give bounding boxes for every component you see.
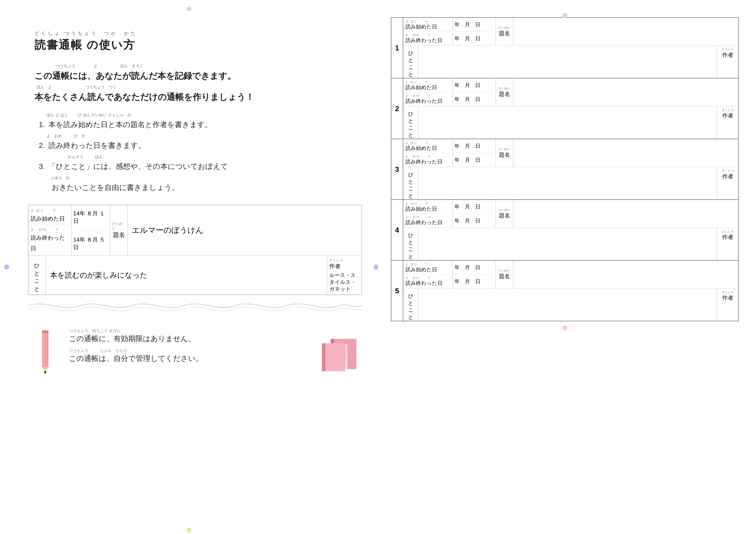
start-ymd: 年 月 日	[454, 21, 494, 28]
records-table: 1 よ はじ り 読み始めた日 よ おわ り 読み終わった日	[391, 17, 739, 321]
svg-rect-4	[43, 332, 44, 366]
record-1-daimei-label: だいめい 題名	[496, 18, 513, 45]
step3-line1: 3. 「ひとこと」には、感想や、その本についておぼえて	[39, 160, 361, 173]
sakusha-text: 作者	[722, 51, 733, 59]
record-number-5: 5	[392, 261, 403, 321]
svg-rect-0	[42, 332, 48, 367]
example-box: よ はじ り 読み始めた日 よ おわ り 読み終わった日 14年 ８月 １日 1…	[28, 205, 362, 295]
svg-rect-7	[322, 343, 346, 371]
record-2-top: よ はじ り 読み始めた日 よ おわ り 読み終わった日 年 月 日 年 月 日	[403, 78, 738, 106]
record-1-start: よ はじ り 読み始めた日	[405, 19, 450, 32]
record-number-3: 3	[392, 139, 403, 199]
record-row-3: 3 よ はじ り 読み始めた日 よ おわ り 読み終わった日	[392, 139, 738, 200]
end-date-label: 読み終わった日	[31, 233, 69, 254]
bottom-furi1: つうちょう ゆうこう きげん	[69, 328, 203, 333]
record-number-1: 1	[392, 18, 403, 78]
title-furigana: どくしょ つうちょう つか かた	[35, 30, 361, 37]
intro1-text: この通帳には、あなたが読んだ本を記録できます。	[35, 69, 361, 83]
hitokoto-label-cell: ひとこと	[28, 256, 46, 294]
record-row-4: 4 よ はじ り 読み始めた日 よ おわ り 読み終わった日	[392, 200, 738, 261]
books-icon	[318, 332, 361, 372]
example-date-cell: よ はじ り 読み始めた日 よ おわ り 読み終わった日	[28, 205, 71, 256]
sakusha-furi: さくしゃ	[722, 47, 734, 51]
end-date-furi: よ おわ り	[31, 226, 69, 233]
record-1-end: よ おわ り 読み終わった日	[405, 33, 450, 44]
step3-furi2: じゆう か	[39, 175, 361, 180]
steps-list: ほん よ はじ ひ ほん だいめい さくしゃ か 1. 本を読み始めた日と本の題…	[39, 113, 361, 194]
start-furi: よ はじ り	[405, 19, 450, 23]
step1-furi: ほん よ はじ ひ ほん だいめい さくしゃ か	[39, 113, 361, 117]
bottom-furi2: つうちょう じぶん かんり	[69, 348, 203, 353]
svg-rect-3	[42, 330, 48, 333]
step3-furi: かんそう ほん	[39, 154, 361, 159]
end-label: 読み終わった日	[405, 37, 450, 44]
record-number-2: 2	[392, 78, 403, 139]
main-title: 読書通帳 の使い方	[35, 38, 361, 53]
example-date-values: 14年 ８月 １日 14年 ８月 ５日	[71, 205, 110, 256]
daimei-furi: だいめい	[112, 222, 126, 231]
end-furi: よ おわ り	[405, 33, 450, 37]
step3-line2: おきたいことを自由に書きましょう。	[52, 181, 361, 194]
svg-rect-8	[322, 343, 325, 371]
start-furi-2: よ はじ り	[405, 80, 450, 84]
record-row-1: 1 よ はじ り 読み始めた日 よ おわ り 読み終わった日	[392, 18, 738, 78]
record-2-content: よ はじ り 読み始めた日 よ おわ り 読み終わった日 年 月 日 年 月 日	[403, 78, 738, 139]
title-section: どくしょ つうちょう つか かた 読書通帳 の使い方	[35, 30, 361, 53]
hitokoto-label: ひとこと	[33, 260, 41, 291]
right-page: 1 よ はじ り 読み始めた日 よ おわ り 読み終わった日	[378, 0, 756, 534]
bottom-section: つうちょう ゆうこう きげん この通帳に、有効期限はありません。 つうちょう じ…	[35, 328, 361, 375]
bottom-line2: この通帳は、自分で管理してください。	[69, 354, 203, 364]
record-2-dates: よ はじ り 読み始めた日 よ おわ り 読み終わった日	[403, 78, 453, 106]
pencil-icon	[35, 328, 56, 375]
start-date-furi: よ はじ り	[31, 207, 69, 214]
daimei-furi: だいめい	[499, 26, 511, 30]
record-1-ymd: 年 月 日 年 月 日	[453, 18, 496, 45]
daimei-label-cell: だいめい 題名	[110, 205, 127, 256]
bottom-line1: この通帳に、有効期限はありません。	[69, 334, 203, 343]
record-number-4: 4	[392, 200, 403, 260]
record-1-top: よ はじ り 読み始めた日 よ おわ り 読み終わった日 年 月 日 年 月 日	[403, 18, 738, 46]
author-value: ルース・スタイルス・ガネット	[329, 272, 360, 292]
svg-marker-2	[44, 371, 46, 374]
hitokoto-label-col: ひとこと	[403, 46, 418, 78]
example-title-value: エルマーのぼうけん	[127, 205, 362, 256]
record-1-dates: よ はじ り 読み始めた日 よ おわ り 読み終わった日	[403, 18, 453, 45]
left-page: どくしょ つうちょう つか かた 読書通帳 の使い方 つうちょう よ ほん きろ…	[0, 0, 378, 534]
step2: 2. 読み終わった日を書きます。	[39, 139, 361, 152]
start-date-label: 読み始めた日	[31, 214, 69, 224]
step1: 1. 本を読み始めた日と本の題名と作者を書きます。	[39, 118, 361, 131]
wave-decoration	[28, 297, 362, 315]
hitokoto-content-col	[418, 46, 717, 78]
author-col-1: さくしゃ 作者	[717, 46, 738, 78]
end-ymd: 年 月 日	[454, 35, 494, 42]
author-label: 作者	[329, 263, 360, 270]
intro2-furi: ほん よ つうちょう つく	[35, 85, 361, 89]
bottom-text: つうちょう ゆうこう きげん この通帳に、有効期限はありません。 つうちょう じ…	[69, 328, 203, 364]
record-row-5: 5 よ はじ り 読み始めた日 よ おわ り 読み終わった日	[392, 261, 738, 321]
intro1-furi: つうちょう よ ほん きろく	[35, 63, 361, 68]
intro2-text: 本をたくさん読んであなただけの通帳を作りましょう！	[35, 90, 361, 104]
record-1-title-area	[513, 18, 738, 45]
record-1-bottom: ひとこと さくしゃ 作者	[403, 46, 738, 78]
daimei-label: 題名	[113, 231, 125, 239]
record-1-content: よ はじ り 読み始めた日 よ おわ り 読み終わった日 年 月 日 年 月 日	[403, 18, 738, 78]
hitokoto-content: 本を読むのが楽しみになった	[46, 256, 327, 294]
end-date-value: 14年 ８月 ５日	[73, 236, 108, 251]
step2-furi: よ おわ ひ か	[39, 133, 361, 139]
hitokoto-label-text: ひとこと	[407, 48, 414, 76]
example-bottom-row: ひとこと 本を読むのが楽しみになった さくしゃ 作者 ルース・スタイルス・ガネッ…	[28, 256, 362, 294]
example-top-row: よ はじ り 読み始めた日 よ おわ り 読み終わった日 14年 ８月 １日 1…	[28, 205, 362, 256]
intro-section: つうちょう よ ほん きろく この通帳には、あなたが読んだ本を記録できます。 ほ…	[35, 63, 361, 194]
author-cell: さくしゃ 作者 ルース・スタイルス・ガネット	[327, 256, 362, 294]
record-row-2: 2 よ はじ り 読み始めた日 よ おわ り 読み終わった日	[392, 78, 738, 139]
start-date-value: 14年 ８月 １日	[73, 210, 108, 225]
daimei-text: 題名	[499, 30, 510, 37]
start-label: 読み始めた日	[405, 23, 450, 30]
author-furi: さくしゃ	[329, 258, 360, 263]
